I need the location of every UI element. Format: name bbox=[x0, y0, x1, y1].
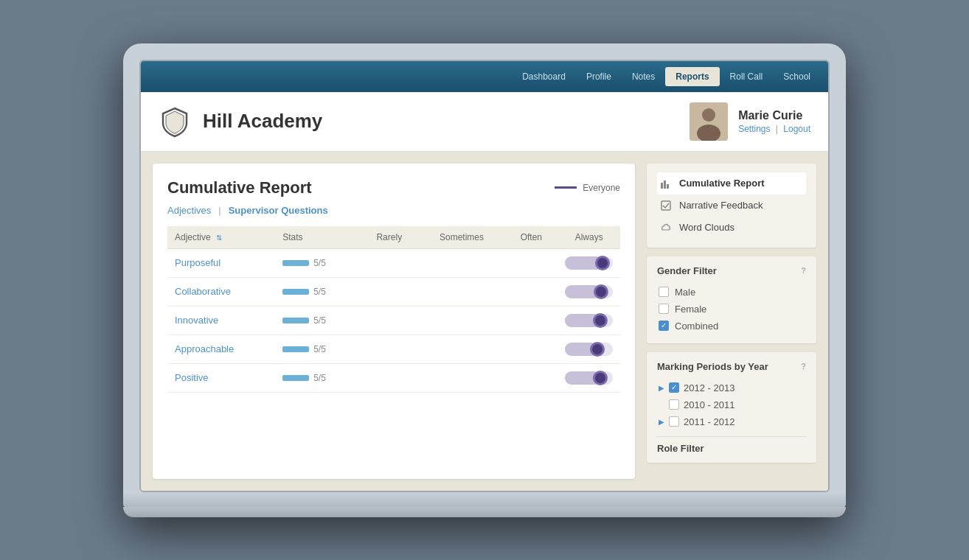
sidebar-item-wordclouds[interactable]: Word Clouds bbox=[657, 217, 806, 239]
slider-dot[interactable] bbox=[593, 371, 608, 385]
sometimes-cell-2 bbox=[419, 306, 505, 335]
slider-dot[interactable] bbox=[594, 284, 608, 299]
stats-num: 5/5 bbox=[313, 315, 326, 326]
logout-link[interactable]: Logout bbox=[783, 124, 810, 134]
gender-male-label: Male bbox=[675, 287, 695, 298]
page-header: Hill Academy Marie Curie Settings | Log bbox=[141, 92, 828, 152]
nav-roll-call[interactable]: Roll Call bbox=[720, 67, 774, 86]
nav-school[interactable]: School bbox=[773, 67, 821, 86]
slider-track bbox=[565, 314, 613, 327]
always-cell-1[interactable] bbox=[558, 277, 620, 306]
gender-female[interactable]: Female bbox=[657, 301, 806, 318]
rarely-cell-1 bbox=[360, 277, 419, 306]
rarely-cell-4 bbox=[360, 363, 419, 392]
school-logo bbox=[159, 105, 191, 138]
period-2011-checkbox[interactable] bbox=[669, 416, 679, 427]
tab-supervisor-questions[interactable]: Supervisor Questions bbox=[229, 205, 328, 216]
slider-dot[interactable] bbox=[590, 342, 605, 357]
always-cell-0[interactable] bbox=[558, 248, 620, 277]
sidebar-item-cumulative[interactable]: Cumulative Report bbox=[657, 172, 806, 195]
period-2010-2011[interactable]: ▶ 2010 - 2011 bbox=[657, 396, 806, 413]
sometimes-cell-3 bbox=[419, 335, 505, 363]
slider-track bbox=[565, 256, 613, 270]
gender-female-checkbox[interactable] bbox=[659, 304, 669, 314]
slider-track bbox=[565, 343, 613, 356]
laptop-screen: Dashboard Profile Notes Reports Roll Cal… bbox=[139, 60, 830, 492]
stats-bar bbox=[282, 289, 309, 295]
col-rarely: Rarely bbox=[360, 226, 419, 249]
gender-combined-checkbox[interactable] bbox=[659, 321, 669, 331]
adjective-cell-4[interactable]: Positive bbox=[167, 363, 275, 392]
tab-adjectives[interactable]: Adjectives bbox=[167, 205, 211, 216]
rarely-cell-2 bbox=[360, 306, 419, 335]
slider-track bbox=[565, 285, 613, 298]
col-sometimes: Sometimes bbox=[419, 226, 505, 249]
period-2012-checkbox[interactable] bbox=[669, 382, 679, 393]
nav-reports[interactable]: Reports bbox=[665, 67, 719, 86]
slider-dot[interactable] bbox=[593, 313, 608, 328]
col-often: Often bbox=[504, 226, 558, 249]
settings-link[interactable]: Settings bbox=[738, 124, 770, 134]
nav-profile[interactable]: Profile bbox=[576, 67, 622, 86]
col-always: Always bbox=[558, 226, 620, 249]
gender-filter-title: Gender Filter ? bbox=[657, 265, 806, 276]
svg-rect-3 bbox=[661, 183, 663, 189]
sometimes-cell-1 bbox=[419, 277, 505, 306]
gender-male-checkbox[interactable] bbox=[659, 287, 669, 297]
tab-divider: | bbox=[218, 205, 220, 216]
gender-combined[interactable]: Combined bbox=[657, 318, 806, 335]
header-left: Hill Academy bbox=[159, 105, 322, 138]
sort-icon[interactable]: ⇅ bbox=[216, 234, 222, 242]
stats-cell-2: 5/5 bbox=[275, 306, 360, 335]
gender-filter-help[interactable]: ? bbox=[801, 266, 806, 275]
slider-dot[interactable] bbox=[595, 256, 610, 270]
marking-periods-card: Marking Periods by Year ? ▶ 2012 - 2013 … bbox=[647, 352, 816, 463]
period-2012-2013[interactable]: ▶ 2012 - 2013 bbox=[657, 379, 806, 396]
sidebar-label-narrative: Narrative Feedback bbox=[679, 200, 763, 211]
often-cell-2 bbox=[504, 306, 558, 335]
col-stats: Stats bbox=[275, 226, 360, 249]
adjective-cell-2[interactable]: Innovative bbox=[167, 306, 275, 335]
checkbox-icon bbox=[660, 200, 672, 211]
report-panel: Cumulative Report Everyone Adjectives | … bbox=[153, 164, 635, 479]
nav-dashboard[interactable]: Dashboard bbox=[512, 67, 576, 86]
always-cell-2[interactable] bbox=[558, 306, 620, 335]
period-2010-checkbox[interactable] bbox=[669, 399, 679, 410]
table-header-row: Adjective ⇅ Stats Rarely Sometimes Often… bbox=[167, 226, 620, 249]
always-cell-4[interactable] bbox=[558, 363, 620, 392]
stats-bar bbox=[282, 260, 309, 266]
stats-bar bbox=[282, 318, 309, 323]
adjective-cell-1[interactable]: Collaborative bbox=[167, 277, 275, 306]
stats-num: 5/5 bbox=[313, 287, 326, 297]
report-title: Cumulative Report bbox=[167, 178, 312, 197]
right-sidebar: Cumulative Report Narrative Feedback Wor… bbox=[647, 164, 816, 479]
cloud-icon bbox=[660, 222, 672, 234]
stats-num: 5/5 bbox=[313, 373, 326, 383]
marking-periods-help[interactable]: ? bbox=[801, 362, 806, 371]
report-table: Adjective ⇅ Stats Rarely Sometimes Often… bbox=[167, 226, 620, 393]
bar-chart-icon bbox=[660, 178, 672, 189]
adjective-cell-0[interactable]: Purposeful bbox=[167, 248, 275, 277]
often-cell-4 bbox=[504, 363, 558, 392]
report-tabs: Adjectives | Supervisor Questions bbox=[167, 205, 620, 216]
gender-filter-card: Gender Filter ? Male Female Combined bbox=[647, 256, 816, 343]
period-2011-2012[interactable]: ▶ 2011 - 2012 bbox=[657, 413, 806, 430]
always-cell-3[interactable] bbox=[558, 335, 620, 363]
sidebar-label-cumulative: Cumulative Report bbox=[679, 178, 765, 189]
marking-periods-title: Marking Periods by Year ? bbox=[657, 361, 806, 372]
rarely-cell-3 bbox=[360, 335, 419, 363]
header-right: Marie Curie Settings | Logout bbox=[690, 102, 810, 141]
gender-male[interactable]: Male bbox=[657, 284, 806, 301]
adjective-cell-3[interactable]: Approachable bbox=[167, 335, 275, 363]
gender-female-label: Female bbox=[675, 304, 706, 315]
sidebar-nav-card: Cumulative Report Narrative Feedback Wor… bbox=[647, 164, 816, 248]
main-content: Cumulative Report Everyone Adjectives | … bbox=[141, 152, 828, 491]
sidebar-item-narrative[interactable]: Narrative Feedback bbox=[657, 195, 806, 217]
school-name: Hill Academy bbox=[203, 110, 322, 133]
role-filter-label: Role Filter bbox=[657, 436, 806, 454]
nav-notes[interactable]: Notes bbox=[622, 67, 665, 86]
stats-bar bbox=[282, 346, 309, 352]
stats-num: 5/5 bbox=[313, 258, 326, 268]
svg-rect-4 bbox=[664, 181, 666, 189]
slider-track bbox=[565, 371, 613, 385]
